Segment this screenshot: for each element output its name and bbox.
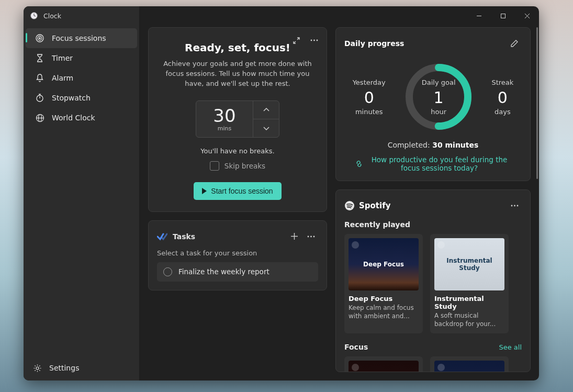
- yesterday-label: Yesterday: [353, 79, 386, 86]
- main-content: Ready, set, focus! Achieve your goals an…: [140, 6, 539, 380]
- playlist-cover: Instrumental Study: [434, 238, 504, 290]
- playlist-title: Instrumental Study: [434, 295, 504, 310]
- svg-point-31: [516, 205, 518, 207]
- stopwatch-icon: [35, 93, 44, 103]
- scrollbar-thumb[interactable]: [536, 27, 538, 179]
- nav: Focus sessions Timer Alarm Stopwatch Wor…: [24, 25, 139, 131]
- see-all-link[interactable]: See all: [499, 343, 522, 351]
- more-button[interactable]: [307, 33, 321, 48]
- expand-button[interactable]: [289, 33, 304, 48]
- completed-value: 30 minutes: [432, 141, 478, 149]
- play-icon: [202, 188, 207, 194]
- playlist-item[interactable]: Deep Focus: [430, 356, 509, 372]
- nav-stopwatch[interactable]: Stopwatch: [26, 88, 137, 108]
- playlist-item[interactable]: Instrumental Study Instrumental Study A …: [430, 234, 509, 333]
- task-item[interactable]: Finalize the weekly report: [157, 262, 318, 282]
- tasks-subtitle: Select a task for your session: [157, 249, 318, 257]
- svg-point-17: [36, 367, 39, 369]
- svg-point-20: [316, 40, 318, 41]
- skip-breaks-row[interactable]: Skip breaks: [158, 161, 317, 171]
- focus-row: Coding Deep Focus: [344, 356, 522, 372]
- svg-point-23: [307, 236, 309, 237]
- playlist-desc: A soft musical backdrop for your...: [434, 312, 504, 328]
- app-icon: [30, 12, 38, 20]
- streak-stat: Streak 0 days: [491, 79, 513, 116]
- gear-icon: [33, 364, 42, 373]
- svg-point-29: [511, 205, 512, 207]
- nav-label: Timer: [52, 54, 73, 62]
- playlist-cover: Deep Focus: [349, 238, 419, 290]
- app-title: Clock: [43, 12, 61, 20]
- playlist-cover: Deep Focus: [434, 361, 504, 372]
- skip-breaks-label: Skip breaks: [224, 162, 265, 170]
- settings-label: Settings: [49, 364, 79, 372]
- duration-unit: mins: [218, 125, 231, 132]
- skip-breaks-checkbox[interactable]: [210, 161, 219, 171]
- nav-timer[interactable]: Timer: [26, 48, 137, 68]
- tasks-more-button[interactable]: [304, 229, 318, 244]
- titlebar: Clock: [24, 6, 139, 25]
- daily-progress-card: Daily progress Yesterday 0 minutes: [335, 27, 531, 181]
- nav-label: Stopwatch: [52, 94, 91, 102]
- nav-label: World Clock: [52, 114, 95, 122]
- playlist-item[interactable]: Deep Focus Deep Focus Keep calm and focu…: [344, 234, 423, 333]
- duration-display: 30 mins: [196, 101, 253, 137]
- yesterday-value: 0: [353, 88, 386, 107]
- sidebar: Clock Focus sessions Timer Alarm Stopwat…: [24, 6, 140, 380]
- start-focus-button[interactable]: Start focus session: [194, 182, 281, 200]
- tasks-icon: [157, 232, 167, 241]
- completed-prefix: Completed:: [388, 141, 433, 149]
- nav-settings[interactable]: Settings: [24, 355, 139, 380]
- yesterday-unit: minutes: [353, 108, 386, 116]
- svg-point-19: [313, 40, 315, 41]
- task-label: Finalize the weekly report: [178, 267, 269, 276]
- streak-label: Streak: [491, 79, 513, 86]
- goal-label: Daily goal: [422, 79, 456, 86]
- duration-value: 30: [213, 105, 235, 126]
- nav-label: Alarm: [52, 74, 73, 82]
- focus-subtitle: Achieve your goals and get more done wit…: [160, 59, 315, 89]
- globe-icon: [35, 113, 44, 122]
- streak-value: 0: [491, 88, 513, 107]
- productivity-survey-link[interactable]: How productive do you feel during the fo…: [344, 155, 522, 172]
- spotify-brand: Spotify: [359, 201, 390, 210]
- yesterday-stat: Yesterday 0 minutes: [353, 79, 386, 116]
- playlist-title: Deep Focus: [349, 295, 419, 303]
- spotify-card: Spotify Recently played Deep Focus Deep …: [335, 189, 531, 372]
- spotify-more-button[interactable]: [507, 198, 522, 213]
- duration-increase-button[interactable]: [253, 101, 279, 119]
- link-icon: [355, 160, 363, 168]
- target-icon: [35, 33, 44, 43]
- focus-section-label: Focus: [344, 343, 368, 351]
- svg-point-24: [310, 236, 312, 237]
- breaks-note: You'll have no breaks.: [158, 147, 317, 155]
- svg-point-18: [310, 40, 312, 41]
- task-complete-toggle[interactable]: [163, 267, 172, 276]
- nav-focus-sessions[interactable]: Focus sessions: [26, 28, 137, 48]
- svg-point-9: [39, 38, 40, 39]
- goal-value: 1: [434, 88, 444, 107]
- goal-ring: Daily goal 1 hour: [402, 60, 475, 133]
- completed-row: Completed: 30 minutes: [344, 141, 522, 149]
- nav-alarm[interactable]: Alarm: [26, 68, 137, 88]
- survey-text: How productive do you feel during the fo…: [367, 155, 511, 172]
- playlist-desc: Keep calm and focus with ambient and...: [349, 304, 419, 320]
- duration-spinner: 30 mins: [196, 100, 279, 138]
- tasks-title: Tasks: [173, 232, 195, 241]
- playlist-item[interactable]: Coding: [344, 356, 423, 372]
- add-task-button[interactable]: [287, 229, 301, 244]
- daily-progress-title: Daily progress: [344, 39, 404, 48]
- start-label: Start focus session: [211, 187, 273, 195]
- edit-goal-button[interactable]: [507, 36, 522, 51]
- bell-icon: [35, 73, 44, 83]
- nav-label: Focus sessions: [52, 34, 106, 42]
- streak-unit: days: [491, 108, 513, 116]
- svg-point-25: [313, 236, 314, 237]
- recently-played-label: Recently played: [344, 220, 522, 229]
- playlist-cover: Coding: [349, 361, 419, 372]
- hourglass-icon: [35, 53, 44, 63]
- nav-world-clock[interactable]: World Clock: [26, 108, 137, 128]
- app-window: Clock Focus sessions Timer Alarm Stopwat…: [24, 6, 539, 380]
- focus-setup-card: Ready, set, focus! Achieve your goals an…: [148, 27, 327, 212]
- duration-decrease-button[interactable]: [253, 119, 279, 137]
